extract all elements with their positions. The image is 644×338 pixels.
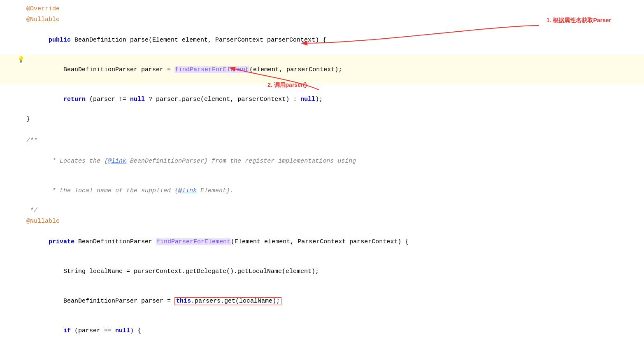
bulb-icon: 💡 xyxy=(17,55,24,64)
code-span: String localName = parserContext.getDele… xyxy=(49,268,319,275)
code-line-9: * Locates the {@link BeanDefinitionParse… xyxy=(0,147,644,176)
code-span: @Nullable xyxy=(26,218,60,225)
code-line-6: } xyxy=(0,114,644,125)
code-span: @link xyxy=(178,187,197,194)
code-span: null xyxy=(115,327,130,334)
line-content-3: public BeanDefinition parse(Element elem… xyxy=(25,26,644,55)
code-span: ) { xyxy=(130,327,141,334)
code-line-13: private BeanDefinitionParser findParserF… xyxy=(0,227,644,257)
line-content-4: BeanDefinitionParser parser = findParser… xyxy=(25,55,644,85)
code-span: * the local name of the supplied { xyxy=(49,187,178,194)
code-line-3: public BeanDefinition parse(Element elem… xyxy=(0,26,644,55)
code-span: null xyxy=(130,96,145,103)
code-span: if xyxy=(63,327,71,334)
code-span: ? parser.parse(element, parserContext) : xyxy=(145,96,300,103)
code-span: BeanDefinitionParser parser = xyxy=(49,298,174,305)
line-content-10: * the local name of the supplied {@link … xyxy=(25,176,644,206)
line-content-6: } xyxy=(25,114,644,124)
code-span: public xyxy=(49,37,74,44)
code-span: /** xyxy=(26,137,37,144)
annotation-label-2: 2. 调用parser() xyxy=(267,80,307,89)
line-content-14: String localName = parserContext.getDele… xyxy=(25,257,644,287)
line-content-12: @Nullable xyxy=(25,217,644,226)
code-span: (parser != xyxy=(86,96,130,103)
line-content-9: * Locates the {@link BeanDefinitionParse… xyxy=(25,147,644,176)
code-span: @link xyxy=(108,158,126,165)
code-span: ); xyxy=(315,96,323,103)
code-line-14: String localName = parserContext.getDele… xyxy=(0,257,644,287)
code-span: (Element element, ParserContext parserCo… xyxy=(231,238,409,245)
code-span: BeanDefinitionParser} xyxy=(126,158,208,165)
code-line-16: if (parser == null) { xyxy=(0,316,644,338)
code-span-highlight: findParserForElement xyxy=(174,66,249,73)
code-span: @Nullable xyxy=(26,16,60,23)
code-span: Element}. xyxy=(197,187,234,194)
line-content-16: if (parser == null) { xyxy=(25,316,644,338)
code-line-4: 💡 BeanDefinitionParser parser = findPars… xyxy=(0,55,644,85)
line-content-8: /** xyxy=(25,136,644,146)
code-line-5: return (parser != null ? parser.parse(el… xyxy=(0,85,644,114)
field-box: this.parsers.get(localName); xyxy=(174,297,281,305)
code-line-7 xyxy=(0,125,644,136)
code-span: .parsers.get(localName); xyxy=(191,298,280,305)
code-line-10: * the local name of the supplied {@link … xyxy=(0,176,644,206)
line-content-11: */ xyxy=(25,206,644,216)
line-icon-4: 💡 xyxy=(16,55,25,64)
line-content-13: private BeanDefinitionParser findParserF… xyxy=(25,227,644,257)
code-span xyxy=(49,327,63,334)
line-content-5: return (parser != null ? parser.parse(el… xyxy=(25,85,644,114)
code-span: (parser == xyxy=(71,327,115,334)
code-line-1: @Override xyxy=(0,4,644,15)
code-span: } xyxy=(26,116,30,123)
line-content-7 xyxy=(25,125,644,135)
code-span: BeanDefinitionParser xyxy=(74,238,156,245)
code-span: * Locates the { xyxy=(49,158,108,165)
code-line-11: */ xyxy=(0,206,644,217)
code-span: return xyxy=(63,96,86,103)
code-span: BeanDefinition parse(Element element, Pa… xyxy=(74,37,326,44)
code-span xyxy=(49,96,63,103)
code-line-12: @Nullable xyxy=(0,217,644,227)
code-line-8: /** xyxy=(0,136,644,147)
line-content-15: BeanDefinitionParser parser = this.parse… xyxy=(25,287,644,316)
code-container: @Override @Nullable public BeanDefinitio… xyxy=(0,0,644,338)
code-span-highlight: findParserForElement xyxy=(156,238,231,245)
annotation-label-1: 1. 根据属性名获取Parser xyxy=(546,16,611,25)
code-span: private xyxy=(49,238,74,245)
line-content-1: @Override xyxy=(25,4,644,14)
code-span: @Override xyxy=(26,5,60,12)
code-span: */ xyxy=(26,207,37,214)
code-span: BeanDefinitionParser parser = xyxy=(49,66,174,73)
code-span: null xyxy=(300,96,315,103)
code-span: this xyxy=(176,298,191,305)
code-line-15: BeanDefinitionParser parser = this.parse… xyxy=(0,287,644,316)
code-span: from the register implementations using xyxy=(208,158,356,165)
code-span: (element, parserContext); xyxy=(249,66,342,73)
